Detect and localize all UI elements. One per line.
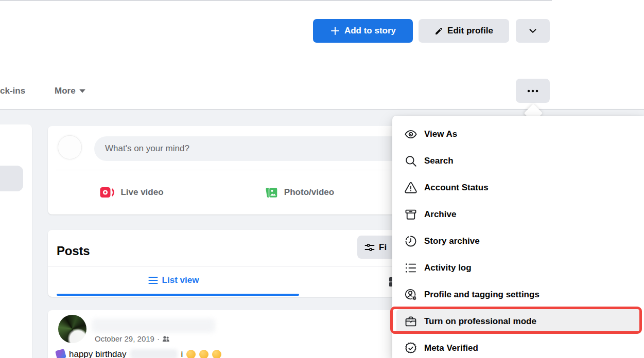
- eye-icon: [404, 128, 417, 141]
- list-view-icon: [148, 276, 158, 284]
- facebook-profile-page: { "header": { "add_to_story_label": "Add…: [0, 0, 644, 358]
- post-date-label: October 29, 2019: [95, 334, 154, 343]
- photo-video-label: Photo/video: [284, 187, 334, 198]
- menu-item-search[interactable]: Search: [396, 149, 640, 173]
- menu-item-label: Archive: [424, 209, 456, 220]
- post-text-redacted: [130, 349, 178, 358]
- live-video-button[interactable]: Live video: [48, 170, 216, 214]
- activity-log-icon: [404, 261, 417, 275]
- photo-video-button[interactable]: Photo/video: [216, 170, 384, 214]
- briefcase-icon: [404, 315, 417, 328]
- post-date-separator: ·: [157, 334, 160, 343]
- post-author-name-redacted: [92, 318, 215, 333]
- profile-tagging-icon: [404, 288, 417, 301]
- filters-label: Fi: [379, 242, 387, 253]
- menu-item-profile-and-tagging-settings[interactable]: Profile and tagging settings: [396, 282, 640, 307]
- post-text-partial: happy birthday i: [56, 349, 221, 358]
- caret-down-icon: [79, 89, 85, 93]
- chevron-down-icon: [528, 26, 538, 36]
- smile-emoji-icon: [212, 350, 221, 358]
- menu-item-label: Activity log: [424, 263, 472, 273]
- filters-icon: [364, 242, 375, 253]
- menu-item-account-status[interactable]: Account Status: [396, 175, 640, 200]
- search-icon: [404, 154, 417, 168]
- add-to-story-label: Add to story: [344, 26, 396, 36]
- sidebar-card: [0, 124, 32, 358]
- edit-profile-button[interactable]: Edit profile: [419, 19, 509, 43]
- profile-actions-expand-button[interactable]: [516, 19, 550, 43]
- post-text-tail: i: [181, 349, 183, 358]
- menu-item-meta-verified[interactable]: Meta Verified: [396, 336, 640, 358]
- ellipsis-icon: [526, 88, 539, 94]
- header-divider: [0, 0, 552, 1]
- menu-item-label: Account Status: [424, 183, 489, 193]
- list-view-label: List view: [162, 275, 199, 285]
- posts-section-title: Posts: [57, 244, 90, 258]
- active-tab-indicator: [57, 294, 299, 296]
- post-text-visible: happy birthday: [69, 349, 127, 358]
- photo-video-icon: [265, 186, 279, 200]
- add-to-story-button[interactable]: Add to story: [313, 19, 413, 43]
- menu-item-label: Profile and tagging settings: [424, 290, 539, 300]
- menu-item-label: Story archive: [424, 236, 480, 246]
- profile-more-options-button[interactable]: [516, 79, 550, 103]
- menu-item-archive[interactable]: Archive: [396, 202, 640, 227]
- avatar[interactable]: [58, 135, 82, 159]
- edit-profile-label: Edit profile: [447, 26, 493, 36]
- menu-item-label: View As: [424, 129, 457, 139]
- party-emoji-icon: [55, 349, 66, 358]
- menu-item-view-as[interactable]: View As: [396, 122, 640, 147]
- tab-checkins[interactable]: ck-ins: [0, 85, 25, 97]
- friends-privacy-icon: [162, 336, 170, 342]
- meta-verified-icon: [404, 342, 417, 355]
- tab-more-label: More: [55, 86, 76, 96]
- archive-icon: [404, 208, 417, 221]
- hands-emoji-icon: [199, 350, 208, 358]
- plus-icon: [330, 26, 340, 36]
- menu-item-label: Turn on professional mode: [424, 316, 536, 327]
- post-timestamp[interactable]: October 29, 2019 ·: [95, 334, 170, 343]
- tab-more[interactable]: More: [55, 85, 85, 97]
- story-archive-icon: [404, 235, 417, 248]
- menu-item-story-archive[interactable]: Story archive: [396, 229, 640, 254]
- tab-checkins-label: ck-ins: [0, 86, 25, 96]
- menu-item-label: Meta Verified: [424, 343, 478, 353]
- live-video-icon: [100, 186, 115, 199]
- smile-emoji-icon: [186, 350, 196, 358]
- menu-item-activity-log[interactable]: Activity log: [396, 256, 640, 280]
- menu-item-turn-on-professional-mode[interactable]: Turn on professional mode: [396, 309, 640, 334]
- pencil-icon: [434, 27, 443, 35]
- tab-list-view[interactable]: List view: [48, 266, 299, 294]
- live-video-label: Live video: [120, 187, 163, 198]
- menu-item-label: Search: [424, 156, 454, 166]
- profile-options-dropdown-menu: View AsSearchAccount StatusArchiveStory …: [392, 116, 644, 358]
- warning-icon: [404, 181, 417, 194]
- post-author-avatar[interactable]: [58, 315, 86, 343]
- sidebar-button-partial[interactable]: [0, 166, 23, 191]
